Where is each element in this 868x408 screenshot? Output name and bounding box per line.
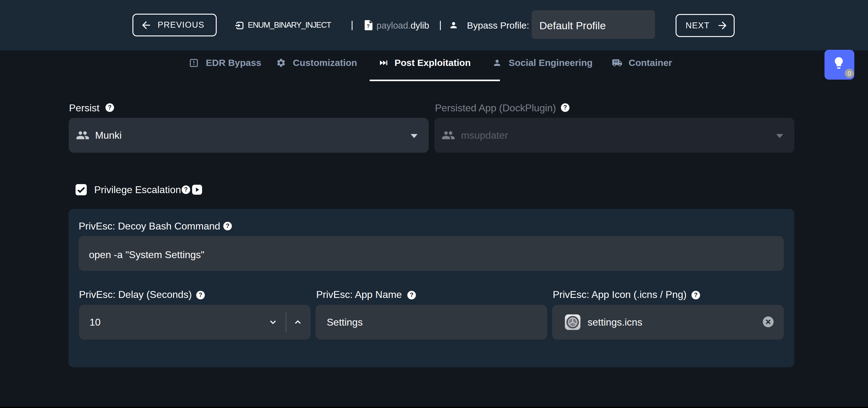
svg-text:?: ? — [563, 104, 567, 111]
svg-text:?: ? — [410, 291, 413, 298]
svg-text:?: ? — [367, 23, 370, 29]
svg-text:?: ? — [226, 222, 229, 229]
svg-text:?: ? — [694, 291, 698, 298]
svg-text:?: ? — [108, 104, 112, 111]
svg-text:?: ? — [199, 291, 203, 298]
svg-text:?: ? — [184, 186, 188, 193]
